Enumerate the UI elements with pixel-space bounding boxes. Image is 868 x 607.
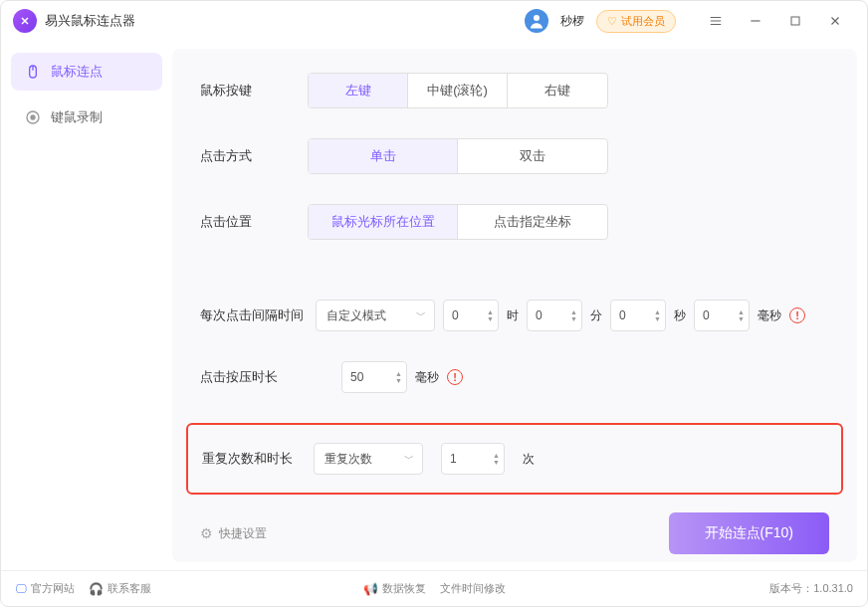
mouse-button-label: 鼠标按键 bbox=[200, 82, 308, 100]
fixed-pos-option[interactable]: 点击指定坐标 bbox=[458, 205, 607, 239]
mouse-button-segment: 左键 中键(滚轮) 右键 bbox=[308, 73, 608, 108]
mouse-left-option[interactable]: 左键 bbox=[309, 74, 408, 107]
record-icon bbox=[25, 109, 41, 125]
svg-point-0 bbox=[534, 15, 540, 21]
cursor-pos-option[interactable]: 鼠标光标所在位置 bbox=[309, 205, 458, 239]
sidebar-item-mouse-click[interactable]: 鼠标连点 bbox=[11, 53, 162, 91]
warning-icon[interactable]: ! bbox=[789, 307, 805, 323]
spinner-icon[interactable]: ▲▼ bbox=[395, 370, 402, 384]
mouse-icon bbox=[25, 64, 41, 80]
headset-icon: 🎧 bbox=[89, 582, 104, 596]
svg-point-4 bbox=[31, 115, 35, 119]
spinner-icon[interactable]: ▲▼ bbox=[654, 308, 661, 322]
press-duration-input[interactable]: 50▲▼ bbox=[341, 361, 407, 393]
maximize-button[interactable] bbox=[775, 5, 815, 37]
version-label: 版本号：1.0.31.0 bbox=[769, 581, 853, 596]
app-title: 易兴鼠标连点器 bbox=[45, 12, 135, 30]
sidebar: 鼠标连点 键鼠录制 bbox=[1, 41, 172, 570]
repeat-mode-select[interactable]: 重复次数 ﹀ bbox=[314, 443, 423, 475]
minutes-input[interactable]: 0▲▼ bbox=[527, 300, 582, 331]
heart-icon bbox=[607, 15, 617, 28]
menu-button[interactable] bbox=[696, 5, 736, 37]
interval-label: 每次点击间隔时间 bbox=[200, 306, 308, 324]
repeat-count-input[interactable]: 1▲▼ bbox=[441, 443, 505, 475]
titlebar: 易兴鼠标连点器 秒椤 试用会员 bbox=[1, 1, 867, 41]
gear-icon bbox=[200, 525, 213, 541]
sidebar-item-label: 鼠标连点 bbox=[51, 63, 103, 81]
app-logo bbox=[13, 9, 37, 33]
interval-mode-select[interactable]: 自定义模式 ﹀ bbox=[316, 300, 435, 331]
single-click-option[interactable]: 单击 bbox=[309, 139, 458, 173]
quick-settings-link[interactable]: 快捷设置 bbox=[200, 525, 267, 542]
username: 秒椤 bbox=[560, 13, 584, 30]
mouse-middle-option[interactable]: 中键(滚轮) bbox=[408, 74, 508, 107]
svg-rect-1 bbox=[791, 17, 799, 25]
data-recovery-link[interactable]: 📢 数据恢复 bbox=[363, 581, 426, 596]
spinner-icon[interactable]: ▲▼ bbox=[487, 308, 494, 322]
sidebar-item-label: 键鼠录制 bbox=[51, 108, 103, 126]
main-panel: 鼠标按键 左键 中键(滚轮) 右键 点击方式 单击 双击 点击位置 鼠标光标所在… bbox=[172, 49, 857, 562]
spinner-icon[interactable]: ▲▼ bbox=[570, 308, 577, 322]
warning-icon[interactable]: ! bbox=[447, 369, 463, 385]
chevron-down-icon: ﹀ bbox=[416, 308, 426, 322]
ms-input[interactable]: 0▲▼ bbox=[694, 300, 750, 331]
seconds-input[interactable]: 0▲▼ bbox=[610, 300, 666, 331]
mouse-right-option[interactable]: 右键 bbox=[508, 74, 607, 107]
minimize-button[interactable] bbox=[736, 5, 775, 37]
press-duration-label: 点击按压时长 bbox=[200, 368, 333, 386]
spinner-icon[interactable]: ▲▼ bbox=[738, 308, 745, 322]
click-pos-label: 点击位置 bbox=[200, 213, 308, 231]
close-button[interactable] bbox=[815, 5, 855, 37]
click-type-segment: 单击 双击 bbox=[308, 138, 608, 174]
speaker-icon: 📢 bbox=[363, 582, 378, 596]
vip-badge[interactable]: 试用会员 bbox=[596, 10, 676, 33]
support-link[interactable]: 🎧 联系客服 bbox=[89, 581, 151, 596]
footer: 🖵 官方网站 🎧 联系客服 📢 数据恢复 文件时间修改 版本号：1.0.31.0 bbox=[1, 570, 867, 606]
repeat-row-highlighted: 重复次数和时长 重复次数 ﹀ 1▲▼ 次 bbox=[186, 423, 843, 495]
monitor-icon: 🖵 bbox=[15, 582, 27, 596]
double-click-option[interactable]: 双击 bbox=[458, 139, 607, 173]
user-avatar[interactable] bbox=[525, 9, 548, 33]
start-button[interactable]: 开始连点(F10) bbox=[669, 512, 829, 554]
website-link[interactable]: 🖵 官方网站 bbox=[15, 581, 75, 596]
file-time-link[interactable]: 文件时间修改 bbox=[440, 581, 506, 596]
sidebar-item-record[interactable]: 键鼠录制 bbox=[11, 99, 162, 136]
spinner-icon[interactable]: ▲▼ bbox=[493, 452, 500, 466]
repeat-label: 重复次数和时长 bbox=[202, 450, 296, 468]
click-type-label: 点击方式 bbox=[200, 147, 308, 165]
hours-input[interactable]: 0▲▼ bbox=[443, 300, 499, 331]
click-pos-segment: 鼠标光标所在位置 点击指定坐标 bbox=[308, 204, 608, 240]
chevron-down-icon: ﹀ bbox=[404, 452, 414, 466]
